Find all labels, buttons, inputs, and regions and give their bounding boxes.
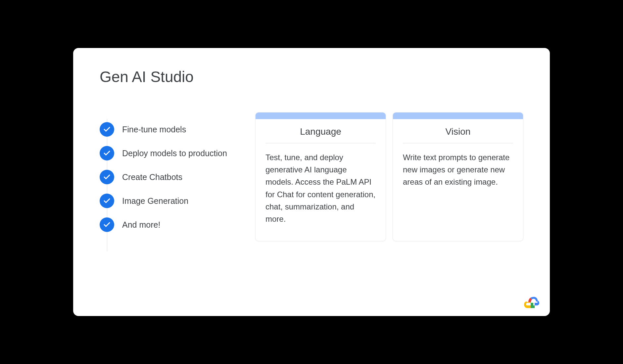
feature-label: Deploy models to production bbox=[122, 149, 227, 158]
page-title: Gen AI Studio bbox=[100, 68, 523, 86]
feature-label: And more! bbox=[122, 220, 160, 230]
check-icon bbox=[100, 146, 114, 160]
feature-item: Fine-tune models bbox=[100, 122, 239, 137]
check-icon bbox=[100, 170, 114, 184]
card-vision: Vision Write text prompts to generate ne… bbox=[393, 112, 523, 241]
feature-item: Image Generation bbox=[100, 194, 239, 208]
card-language: Language Test, tune, and deploy generati… bbox=[255, 112, 386, 241]
feature-item: Create Chatbots bbox=[100, 170, 239, 184]
feature-list: Fine-tune models Deploy models to produc… bbox=[100, 119, 239, 241]
card-body: Vision Write text prompts to generate ne… bbox=[393, 119, 523, 202]
check-icon bbox=[100, 217, 114, 232]
check-icon bbox=[100, 194, 114, 208]
card-accent-bar bbox=[256, 113, 386, 119]
google-cloud-icon bbox=[523, 294, 540, 308]
slide: Gen AI Studio Fine-tune models Deploy mo… bbox=[73, 48, 550, 316]
check-icon bbox=[100, 122, 114, 137]
content-row: Fine-tune models Deploy models to produc… bbox=[100, 119, 523, 241]
feature-item: Deploy models to production bbox=[100, 146, 239, 160]
feature-label: Fine-tune models bbox=[122, 125, 186, 134]
card-body: Language Test, tune, and deploy generati… bbox=[256, 119, 386, 238]
feature-item: And more! bbox=[100, 217, 239, 232]
card-description: Test, tune, and deploy generative AI lan… bbox=[265, 151, 376, 225]
card-title: Language bbox=[265, 126, 376, 143]
feature-label: Create Chatbots bbox=[122, 172, 182, 182]
card-title: Vision bbox=[403, 126, 513, 143]
card-description: Write text prompts to generate new image… bbox=[403, 151, 513, 188]
feature-label: Image Generation bbox=[122, 196, 188, 206]
cards-row: Language Test, tune, and deploy generati… bbox=[255, 112, 523, 241]
card-accent-bar bbox=[393, 113, 523, 119]
